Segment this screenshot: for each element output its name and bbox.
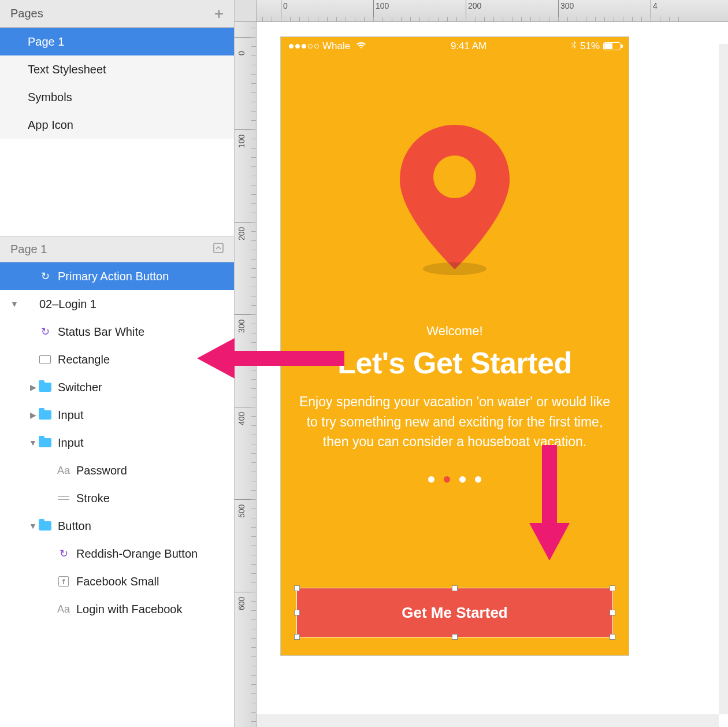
disclosure-triangle-icon[interactable]: ▶ <box>28 410 38 420</box>
layer-icon: Aa <box>57 603 70 615</box>
layer-row[interactable]: ▼Input <box>0 429 234 457</box>
pages-list: Page 1 Text Stylesheet Symbols App Icon <box>0 28 234 139</box>
resize-handle[interactable] <box>452 585 458 591</box>
layer-row[interactable]: ↻Reddish-Orange Button <box>0 540 234 567</box>
ruler-tick-label: 0 <box>283 1 288 10</box>
page-item[interactable]: Text Stylesheet <box>0 55 234 83</box>
status-time: 9:41 AM <box>366 40 571 52</box>
battery-pct: 51% <box>580 40 600 52</box>
layers-panel-header: Page 1 <box>0 236 234 262</box>
resize-handle[interactable] <box>294 610 300 615</box>
layer-label: 02–Login 1 <box>39 298 96 311</box>
layer-icon <box>38 383 52 392</box>
layer-label: Stroke <box>76 492 110 505</box>
vertical-scrollbar[interactable] <box>719 44 728 714</box>
resize-handle[interactable] <box>610 634 615 640</box>
pager-dot[interactable] <box>459 476 466 483</box>
ruler-tick-label: 600 <box>237 597 246 610</box>
layer-icon <box>38 521 52 531</box>
ruler-tick-label: 200 <box>468 1 481 10</box>
ruler-tick-label: 0 <box>237 51 246 55</box>
cta-label: Get Me Started <box>402 604 508 622</box>
layer-icon: ↻ <box>38 325 52 338</box>
layer-label: Button <box>58 520 91 533</box>
layer-icon <box>38 355 52 364</box>
battery-icon <box>603 42 621 50</box>
ruler-tick-label: 300 <box>560 1 574 10</box>
layer-row[interactable]: ▶Input <box>0 401 234 429</box>
svg-rect-0 <box>214 243 223 253</box>
status-right: 51% <box>571 40 621 53</box>
layer-row[interactable]: AaPassword <box>0 457 234 484</box>
add-page-icon[interactable]: + <box>214 5 224 23</box>
layer-label: Status Bar White <box>58 325 144 339</box>
hero-illustration <box>281 125 629 272</box>
ruler-tick-label: 4 <box>653 1 658 10</box>
resize-handle[interactable] <box>610 610 615 615</box>
layer-label: Rectangle <box>58 353 110 366</box>
layer-icon <box>38 410 52 420</box>
carrier-label: Whale <box>322 40 350 52</box>
page-item-label: App Icon <box>28 118 73 132</box>
resize-handle[interactable] <box>610 585 615 591</box>
page-item-label: Text Stylesheet <box>28 63 106 76</box>
page-item[interactable]: App Icon <box>0 111 234 139</box>
layer-row[interactable]: fFacebook Small <box>0 567 234 595</box>
get-started-button[interactable]: Get Me Started <box>297 588 612 637</box>
layer-icon: ↻ <box>38 270 52 283</box>
layer-label: Input <box>58 409 83 422</box>
disclosure-triangle-icon[interactable]: ▼ <box>28 521 38 531</box>
pin-shadow <box>423 262 486 275</box>
resize-handle[interactable] <box>452 634 458 640</box>
status-bar: Whale 9:41 AM 51% <box>281 37 629 55</box>
ruler-tick-label: 200 <box>237 227 246 240</box>
layer-row[interactable]: ↻Primary Action Button <box>0 262 234 290</box>
layers-panel-title: Page 1 <box>10 243 47 256</box>
layer-icon <box>38 438 52 447</box>
pager-dot[interactable] <box>475 476 481 483</box>
disclosure-triangle-icon[interactable]: ▼ <box>9 299 20 309</box>
wifi-icon <box>356 40 366 52</box>
signal-dots-icon <box>289 44 319 49</box>
horizontal-scrollbar[interactable] <box>257 714 719 727</box>
page-item-label: Page 1 <box>28 35 64 49</box>
annotation-arrow-down-icon <box>518 439 581 566</box>
bluetooth-icon <box>571 40 577 53</box>
status-left: Whale <box>289 40 366 52</box>
horizontal-ruler[interactable]: 01002003004 <box>257 0 728 22</box>
ruler-tick-label: 400 <box>237 412 246 425</box>
annotation-arrow-left-icon <box>194 329 350 387</box>
layer-label: Input <box>58 436 83 450</box>
layer-label: Login with Facebook <box>76 603 182 616</box>
ruler-tick-label: 100 <box>376 1 389 10</box>
layer-row[interactable]: AaLogin with Facebook <box>0 595 234 623</box>
map-pin-icon <box>400 125 510 269</box>
layer-label: Primary Action Button <box>58 270 169 283</box>
layer-row[interactable]: ▼02–Login 1 <box>0 290 234 318</box>
svg-point-1 <box>433 155 476 198</box>
page-item[interactable]: Symbols <box>0 83 234 111</box>
pager-dot-active[interactable] <box>444 476 450 483</box>
layer-label: Password <box>76 464 127 477</box>
ruler-corner <box>235 0 257 22</box>
layer-row[interactable]: Stroke <box>0 484 234 512</box>
ruler-tick-label: 500 <box>237 505 246 518</box>
collapse-icon[interactable] <box>213 243 224 256</box>
pager-dot[interactable] <box>428 476 434 483</box>
canvas-area: 01002003004 0100200300400500600 Whale 9:… <box>235 0 728 727</box>
layer-label: Reddish-Orange Button <box>76 547 198 561</box>
page-item-label: Symbols <box>28 91 72 104</box>
layer-row[interactable]: ▼Button <box>0 512 234 540</box>
layer-label: Switcher <box>58 381 102 394</box>
layer-icon <box>57 496 70 500</box>
disclosure-triangle-icon[interactable]: ▼ <box>28 438 38 447</box>
layer-icon: f <box>57 576 70 587</box>
ruler-tick-label: 100 <box>237 135 246 148</box>
layer-icon: Aa <box>57 465 70 477</box>
resize-handle[interactable] <box>294 634 300 640</box>
layer-label: Facebook Small <box>76 575 159 588</box>
resize-handle[interactable] <box>294 585 300 591</box>
pages-panel-title: Pages <box>10 7 43 20</box>
page-item[interactable]: Page 1 <box>0 28 234 55</box>
disclosure-triangle-icon[interactable]: ▶ <box>28 383 38 392</box>
